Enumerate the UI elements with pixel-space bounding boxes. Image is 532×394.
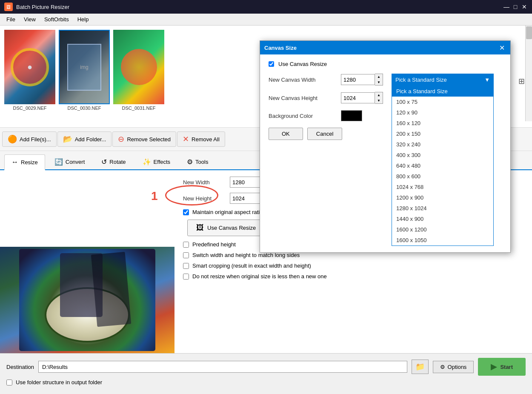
browse-button[interactable]: 📁: [412, 360, 429, 374]
scrollbar-thumb[interactable]: [526, 26, 532, 39]
thumb-preview-3: [113, 30, 164, 104]
smart-crop-label[interactable]: Smart cropping (result in exact width an…: [192, 263, 311, 269]
canvas-resize-button[interactable]: 🖼 Use Canvas Resize: [187, 220, 265, 236]
canvas-height-input[interactable]: [341, 92, 375, 103]
no-resize-checkbox[interactable]: [183, 274, 189, 280]
maximize-button[interactable]: □: [512, 3, 519, 10]
remove-all-icon: ✕: [183, 134, 189, 144]
size-option-1440x900[interactable]: 1440 x 900: [392, 214, 493, 224]
size-option-640x480[interactable]: 640 x 480: [392, 160, 493, 171]
remove-all-button[interactable]: ✕ Remove All: [177, 131, 225, 147]
size-option-120x90[interactable]: 120 x 90: [392, 107, 493, 118]
thumb-label-1: DSC_0029.NEF: [13, 106, 47, 111]
menu-help[interactable]: Help: [73, 14, 93, 24]
dialog-cancel-button[interactable]: Cancel: [307, 128, 342, 140]
canvas-width-down[interactable]: ▼: [375, 80, 383, 85]
large-preview: [0, 247, 174, 353]
dropdown-chevron-icon: ▼: [484, 77, 490, 83]
options-button[interactable]: ⚙ Options: [433, 361, 474, 373]
tab-effects[interactable]: ✨ Effects: [135, 154, 178, 169]
use-canvas-label[interactable]: Use Canvas Resize: [278, 61, 327, 67]
dialog-close-button[interactable]: ✕: [498, 43, 506, 52]
image-thumb-1[interactable]: ● DSC_0029.NEF: [4, 30, 55, 111]
convert-tab-icon: 🔄: [54, 158, 63, 166]
canvas-width-spinners: ▲ ▼: [375, 74, 383, 86]
add-folder-button[interactable]: 📂 Add Folder...: [57, 131, 112, 147]
convert-tab-label: Convert: [66, 159, 85, 165]
canvas-height-row: New Canvas Height ▲ ▼: [269, 92, 383, 104]
size-option-200x150[interactable]: 200 x 150: [392, 128, 493, 139]
remove-selected-button[interactable]: ⊖ Remove Selected: [112, 131, 176, 147]
maintain-aspect-label[interactable]: Maintain original aspect ratio: [192, 209, 263, 215]
no-resize-label[interactable]: Do not resize when original size is less…: [192, 273, 327, 280]
canvas-width-input[interactable]: [341, 74, 375, 85]
remove-selected-label: Remove Selected: [127, 136, 171, 143]
image-thumb-2[interactable]: img DSC_0030.NEF: [59, 30, 110, 111]
tools-tab-icon: ⚙: [187, 158, 193, 166]
canvas-height-down[interactable]: ▼: [375, 98, 383, 103]
remove-all-label: Remove All: [192, 136, 220, 143]
tab-tools[interactable]: ⚙ Tools: [180, 154, 215, 169]
canvas-height-up[interactable]: ▲: [375, 92, 383, 98]
no-resize-row: Do not resize when original size is less…: [183, 273, 523, 280]
window-controls[interactable]: — □ ✕: [503, 3, 528, 10]
size-option-1280x1024[interactable]: 1280 x 1024: [392, 203, 493, 214]
vertical-scrollbar[interactable]: [525, 26, 532, 121]
start-label: Start: [500, 364, 513, 370]
standard-size-dropdown-header[interactable]: Pick a Standard Size ▼: [392, 74, 494, 86]
app-title: Batch Picture Resizer: [16, 4, 503, 10]
dialog-buttons: OK Cancel: [269, 128, 383, 140]
size-option-1600x1200[interactable]: 1600 x 1200: [392, 224, 493, 235]
folder-structure-label[interactable]: Use folder structure in output folder: [16, 379, 102, 385]
effects-tab-label: Effects: [154, 159, 171, 165]
size-option-default[interactable]: Pick a Standard Size: [392, 86, 493, 97]
size-option-1600x1050[interactable]: 1600 x 1050: [392, 235, 493, 246]
folder-structure-checkbox[interactable]: [6, 380, 12, 385]
dialog-main-content: New Canvas Width ▲ ▼ New Canvas Height: [269, 74, 502, 246]
grid-view-icon[interactable]: ⊞: [518, 77, 525, 86]
switch-wh-checkbox[interactable]: [183, 252, 189, 258]
predefined-height-checkbox[interactable]: [183, 242, 189, 248]
size-option-100x75[interactable]: 100 x 75: [392, 97, 493, 107]
start-button[interactable]: ▶ Start: [478, 358, 526, 376]
use-canvas-row: Use Canvas Resize: [269, 61, 502, 67]
minimize-button[interactable]: —: [503, 3, 510, 10]
switch-wh-row: Switch width and height to match long si…: [183, 252, 523, 258]
new-width-label: New Width: [183, 179, 226, 186]
close-button[interactable]: ✕: [521, 3, 528, 10]
size-option-320x240[interactable]: 320 x 240: [392, 139, 493, 150]
canvas-width-up[interactable]: ▲: [375, 74, 383, 80]
maintain-aspect-checkbox[interactable]: [183, 209, 189, 215]
effects-tab-icon: ✨: [143, 158, 151, 166]
dialog-ok-button[interactable]: OK: [269, 128, 303, 140]
destination-input[interactable]: D:\Results: [38, 361, 407, 373]
add-folder-icon: 📂: [63, 134, 72, 144]
switch-wh-label[interactable]: Switch width and height to match long si…: [192, 252, 300, 258]
canvas-height-label: New Canvas Height: [269, 95, 337, 101]
thumb-preview-2: img: [59, 30, 110, 104]
dialog-body: Use Canvas Resize New Canvas Width ▲ ▼: [260, 54, 510, 252]
menu-view[interactable]: View: [20, 14, 40, 24]
bg-color-swatch[interactable]: [341, 110, 362, 121]
dialog-title: Canvas Size: [264, 45, 498, 51]
bg-color-row: Background Color: [269, 110, 383, 121]
add-files-button[interactable]: 🟠 Add File(s)...: [2, 131, 57, 147]
size-option-1200x900[interactable]: 1200 x 900: [392, 192, 493, 203]
tab-resize[interactable]: ↔ Resize: [4, 154, 45, 170]
tab-convert[interactable]: 🔄 Convert: [47, 154, 92, 169]
image-thumb-3[interactable]: DSC_0031.NEF: [113, 30, 164, 111]
remove-selected-icon: ⊖: [118, 134, 124, 144]
smart-crop-checkbox[interactable]: [183, 263, 189, 269]
predefined-height-label[interactable]: Predefined height: [192, 241, 236, 248]
size-option-1024x768[interactable]: 1024 x 768: [392, 182, 493, 192]
menu-softorbits[interactable]: SoftOrbits: [40, 14, 73, 24]
dialog-inputs: New Canvas Width ▲ ▼ New Canvas Height: [269, 74, 383, 246]
menu-file[interactable]: File: [2, 14, 20, 24]
size-option-400x300[interactable]: 400 x 300: [392, 150, 493, 160]
size-option-800x600[interactable]: 800 x 600: [392, 171, 493, 182]
size-option-160x120[interactable]: 160 x 120: [392, 118, 493, 128]
bg-color-label: Background Color: [269, 113, 337, 119]
resize-tab-label: Resize: [21, 159, 38, 166]
tab-rotate[interactable]: ↺ Rotate: [94, 154, 133, 169]
use-canvas-checkbox[interactable]: [269, 61, 274, 67]
